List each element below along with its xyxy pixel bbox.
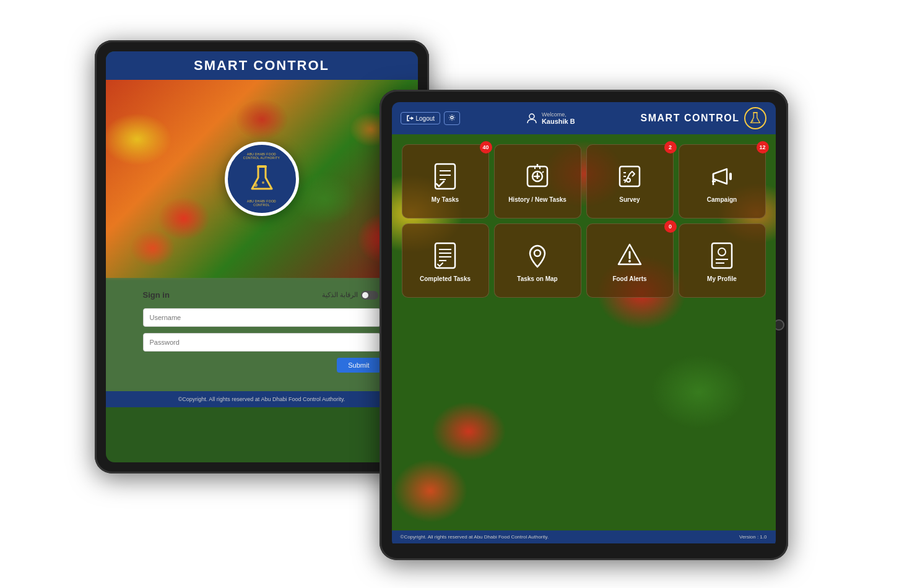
brand-title: SMART CONTROL [641,113,740,124]
scene: SMART CONTROL ABU DHABI FOODCONTROL AUTH… [82,22,825,566]
settings-icon [448,114,456,121]
food-alerts-badge: 0 [664,220,677,233]
user-name: Kaushik B [542,118,575,125]
food-alerts-icon [615,241,644,270]
my-profile-icon [707,241,737,270]
svg-point-4 [451,116,453,119]
flask-icon [250,164,274,194]
form-header: Sign in الرقابة الذكية [143,290,381,300]
login-footer: ©Copyright. All rights reserved at Abu D… [106,391,418,407]
password-input[interactable] [143,333,381,352]
brand-section: SMART CONTROL [641,107,767,129]
svg-point-8 [752,120,754,122]
survey-badge: 2 [664,141,677,153]
login-form: Sign in الرقابة الذكية Submit [106,278,418,391]
survey-label: Survey [619,196,640,204]
svg-point-35 [534,250,540,256]
authority-logo: ABU DHABI FOODCONTROL AUTHORITY ABU DHAB… [225,142,299,216]
sign-in-label: Sign in [143,290,170,300]
welcome-label: Welcome, [542,111,575,118]
grid-overlay: 40 My Tasks [392,134,776,308]
grid-item-my-tasks[interactable]: 40 My Tasks [402,144,489,218]
user-icon [526,112,538,124]
survey-icon [615,162,644,191]
header-left-actions: Logout [401,111,461,125]
grid-item-food-alerts[interactable]: 0 Food Alerts [586,223,674,298]
tasks-on-map-label: Tasks on Map [517,275,557,283]
dashboard-grid-area: 40 My Tasks [392,134,776,530]
dashboard-version: Version : 1.0 [739,534,766,540]
logo-authority-name-top: ABU DHABI FOODCONTROL AUTHORITY [228,152,296,160]
grid-item-campaign[interactable]: 12 Campaign [679,144,766,218]
svg-point-37 [628,260,631,262]
brand-logo-small [744,107,766,129]
svg-rect-22 [620,166,640,186]
logout-icon [406,115,414,122]
svg-point-39 [718,248,726,256]
campaign-badge: 12 [757,141,769,153]
grid-item-history[interactable]: History / New Tasks [494,144,581,218]
arabic-label: الرقابة الذكية [322,291,380,300]
completed-tasks-icon [430,241,460,270]
svg-rect-1 [257,165,267,168]
dashboard-footer: ©Copyright. All rights reserved at Abu D… [392,530,776,543]
grid-item-map[interactable]: Tasks on Map [494,223,581,298]
login-screen: SMART CONTROL ABU DHABI FOODCONTROL AUTH… [106,51,418,462]
dashboard-header: Logout Welcome, [392,102,776,134]
history-icon [523,162,552,191]
logout-button[interactable]: Logout [401,112,441,124]
grid-item-profile[interactable]: My Profile [679,223,766,298]
svg-rect-7 [753,112,758,113]
language-toggle[interactable] [361,291,378,300]
campaign-icon [707,162,737,191]
svg-rect-28 [729,173,732,180]
grid-item-completed[interactable]: Completed Tasks [402,223,489,298]
history-label: History / New Tasks [508,196,566,204]
my-profile-label: My Profile [707,275,737,283]
food-alerts-label: Food Alerts [612,275,646,283]
tablet-login: SMART CONTROL ABU DHABI FOODCONTROL AUTH… [95,40,429,473]
login-header: SMART CONTROL [106,51,418,80]
login-food-background: ABU DHABI FOODCONTROL AUTHORITY ABU DHAB… [106,80,418,278]
completed-tasks-label: Completed Tasks [420,275,471,283]
tasks-on-map-icon [523,241,552,270]
dashboard-copyright: ©Copyright. All rights reserved at Abu D… [401,534,549,540]
welcome-info: Welcome, Kaushik B [526,111,575,125]
login-copyright: ©Copyright. All rights reserved at Abu D… [178,396,345,402]
my-tasks-icon [430,162,460,191]
settings-button[interactable] [444,111,460,125]
submit-button[interactable]: Submit [337,358,380,373]
svg-point-2 [254,183,258,187]
brand-flask-icon [749,111,762,125]
svg-point-3 [262,181,264,184]
logo-authority-name-bottom: ABU DHABI FOODCONTROL [228,199,296,207]
svg-point-5 [529,114,534,119]
tablet-dashboard: Logout Welcome, [380,90,788,560]
my-tasks-label: My Tasks [432,196,459,204]
my-tasks-badge: 40 [480,141,492,153]
grid-item-survey[interactable]: 2 Survey [586,144,674,218]
svg-point-23 [627,178,630,182]
dashboard-screen: Logout Welcome, [392,102,776,548]
login-app-title: SMART CONTROL [106,58,418,74]
username-input[interactable] [143,308,381,327]
campaign-label: Campaign [707,196,737,204]
